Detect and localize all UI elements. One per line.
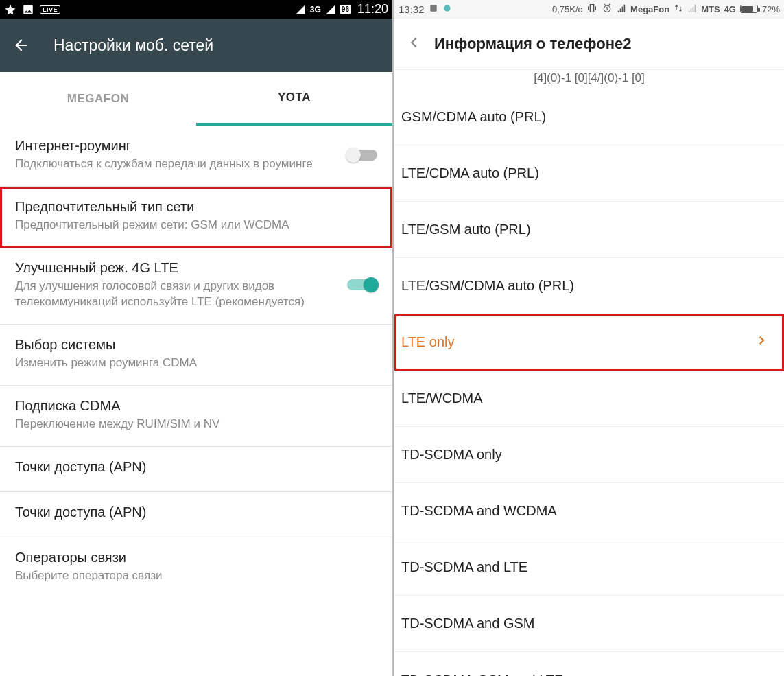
- signal-1-icon: [295, 4, 306, 15]
- row-enhanced-title: Улучшенный реж. 4G LTE: [15, 260, 339, 276]
- tab-megafon[interactable]: MEGAFON: [0, 72, 196, 126]
- partial-row-top: [4](0)-1 [0][4/](0)-1 [0]: [394, 70, 784, 89]
- list-item[interactable]: TD-SCDMA and GSM: [394, 596, 784, 652]
- phone-right: 13:32 0,75K/c MegaFon: [394, 0, 784, 676]
- list-item-label: TD-SCDMA and GSM: [399, 616, 534, 631]
- vibrate-icon: [586, 3, 597, 16]
- list-item[interactable]: GSM/CDMA auto (PRL): [394, 89, 784, 145]
- signal-2-icon: [325, 4, 336, 15]
- back-chevron-icon[interactable]: [407, 35, 422, 53]
- list-item[interactable]: LTE/GSM auto (PRL): [394, 202, 784, 258]
- tab-yota[interactable]: YOTA: [196, 72, 392, 126]
- clock-right: 13:32: [399, 3, 425, 15]
- row-enhanced-4g[interactable]: Улучшенный реж. 4G LTE Для улучшения гол…: [0, 248, 392, 325]
- svg-rect-0: [430, 5, 436, 11]
- row-system-subtitle: Изменить режим роуминга CDMA: [15, 356, 377, 371]
- alarm-icon: [602, 3, 613, 16]
- list-item[interactable]: LTE/CDMA auto (PRL): [394, 145, 784, 202]
- carrier-2: MTS: [701, 4, 720, 14]
- status-bar-right: 13:32 0,75K/c MegaFon: [394, 0, 784, 19]
- sim-tabs: MEGAFON YOTA: [0, 72, 392, 126]
- list-item[interactable]: TD-SCDMA and WCDMA: [394, 483, 784, 539]
- row-cdma-subtitle: Переключение между RUIM/SIM и NV: [15, 417, 377, 432]
- roaming-switch[interactable]: [347, 150, 377, 161]
- list-item[interactable]: TD-SCDMA and LTE: [394, 539, 784, 596]
- row-network-type[interactable]: Предпочтительный тип сети Предпочтительн…: [0, 187, 392, 248]
- list-item-label: LTE/WCDMA: [399, 391, 483, 406]
- row-system-select[interactable]: Выбор системы Изменить режим роуминга CD…: [0, 325, 392, 386]
- network-3g-badge: 3G: [310, 5, 321, 14]
- row-apn2-title: Точки доступа (APN): [15, 504, 377, 520]
- notification-icon-2: [442, 3, 452, 15]
- back-arrow-icon[interactable]: [12, 36, 37, 54]
- row-roaming-title: Интернет-роуминг: [15, 138, 339, 154]
- photo-icon: [22, 3, 34, 16]
- list-item-label: TD-SCDMA and WCDMA: [399, 503, 557, 519]
- row-operators[interactable]: Операторы связи Выберите оператора связи: [0, 537, 392, 598]
- data-arrows-icon: [674, 3, 683, 15]
- signal-sim2-icon: [687, 3, 697, 15]
- battery-icon: [740, 5, 758, 13]
- row-operators-title: Операторы связи: [15, 550, 377, 566]
- battery-percent: 72%: [762, 4, 780, 14]
- chevron-right-icon: [755, 334, 768, 350]
- list-item-label: TD-SCDMA only: [399, 447, 502, 463]
- network-mode-list[interactable]: GSM/CDMA auto (PRL) LTE/CDMA auto (PRL) …: [394, 89, 784, 676]
- live-badge: LIVE: [40, 5, 60, 14]
- clock-left: 11:20: [357, 2, 388, 16]
- signal-sim1-icon: [617, 3, 626, 15]
- status-bar-left: LIVE 3G 96 11:20: [0, 0, 392, 19]
- list-item[interactable]: LTE/WCDMA: [394, 371, 784, 427]
- list-item-label: LTE/GSM/CDMA auto (PRL): [399, 278, 574, 294]
- list-item-label: GSM/CDMA auto (PRL): [399, 109, 546, 125]
- list-item-label: LTE/CDMA auto (PRL): [399, 165, 539, 181]
- list-item-label: TD-SCDMA and LTE: [399, 559, 527, 575]
- list-item-lte-only[interactable]: LTE only: [394, 314, 784, 371]
- row-network-type-title: Предпочтительный тип сети: [15, 199, 377, 215]
- row-apn-2[interactable]: Точки доступа (APN): [0, 492, 392, 537]
- list-item[interactable]: TD-SCDMA only: [394, 427, 784, 483]
- row-roaming[interactable]: Интернет-роуминг Подключаться к службам …: [0, 126, 392, 187]
- list-item[interactable]: TD-SCDMA,GSM and LTE: [394, 652, 784, 676]
- list-item-label: LTE only: [399, 334, 454, 350]
- svg-point-1: [444, 5, 450, 11]
- list-item-label: TD-SCDMA,GSM and LTE: [399, 673, 563, 677]
- enhanced-4g-switch[interactable]: [347, 279, 377, 290]
- row-roaming-subtitle: Подключаться к службам передачи данных в…: [15, 156, 339, 172]
- header-right: Информация о телефоне2: [394, 19, 784, 70]
- row-operators-subtitle: Выберите оператора связи: [15, 568, 377, 584]
- settings-list: Интернет-роуминг Подключаться к службам …: [0, 126, 392, 598]
- star-icon: [4, 3, 16, 16]
- row-apn-1[interactable]: Точки доступа (APN): [0, 447, 392, 492]
- battery-badge: 96: [340, 5, 351, 14]
- notification-icon-1: [429, 3, 438, 15]
- row-cdma-title: Подписка CDMA: [15, 398, 377, 414]
- row-system-title: Выбор системы: [15, 337, 377, 353]
- header-left: Настройки моб. сетей: [0, 19, 392, 72]
- row-network-type-subtitle: Предпочтительный режим сети: GSM или WCD…: [15, 218, 377, 233]
- data-speed: 0,75K/c: [552, 4, 582, 14]
- page-title-left: Настройки моб. сетей: [54, 36, 213, 55]
- row-cdma-subscription[interactable]: Подписка CDMA Переключение между RUIM/SI…: [0, 386, 392, 447]
- row-enhanced-subtitle: Для улучшения голосовой связи и других в…: [15, 279, 339, 310]
- carrier-1: MegaFon: [630, 4, 669, 14]
- list-item-label: LTE/GSM auto (PRL): [399, 222, 531, 237]
- page-title-right: Информация о телефоне2: [434, 35, 632, 53]
- list-item[interactable]: LTE/GSM/CDMA auto (PRL): [394, 258, 784, 314]
- network-type-4g: 4G: [724, 4, 736, 14]
- phone-left: LIVE 3G 96 11:20 Настройки моб. сетей ME…: [0, 0, 394, 676]
- row-apn1-title: Точки доступа (APN): [15, 459, 377, 475]
